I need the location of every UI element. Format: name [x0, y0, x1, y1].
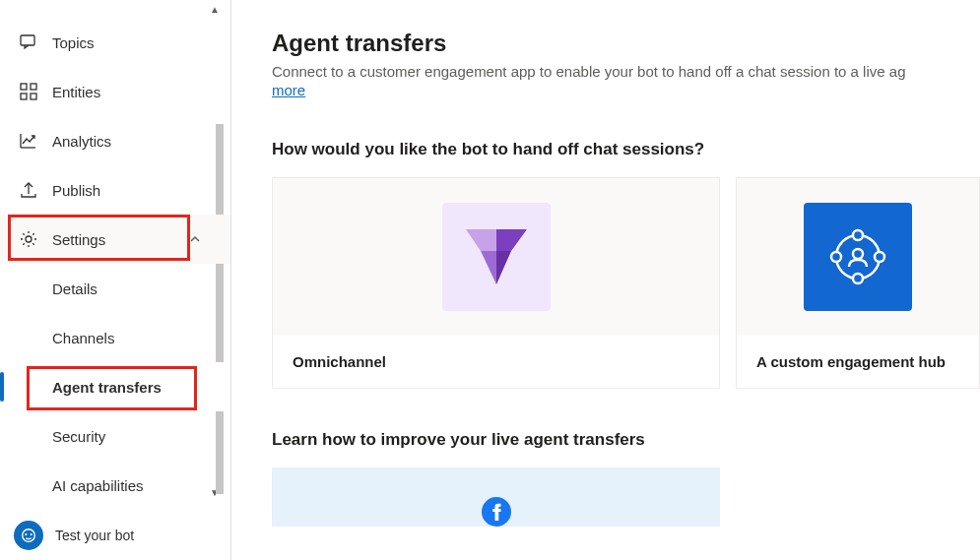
engagement-hub-icon — [804, 203, 912, 311]
page-subtitle: Connect to a customer engagement app to … — [272, 63, 980, 80]
svg-rect-1 — [21, 84, 27, 90]
page-title: Agent transfers — [272, 30, 980, 57]
omnichannel-icon — [442, 203, 551, 311]
svg-point-5 — [26, 236, 32, 242]
chevron-up-icon — [189, 231, 201, 248]
publish-icon — [19, 180, 38, 200]
sidebar-item-details[interactable]: Details — [0, 264, 230, 313]
card-omnichannel[interactable]: Omnichannel — [272, 177, 720, 389]
handoff-cards: Omnichannel — [272, 177, 980, 389]
sidebar-item-label: Publish — [52, 182, 100, 199]
main-content: Agent transfers Connect to a customer en… — [230, 0, 980, 560]
card-graphic — [273, 178, 719, 336]
svg-point-12 — [875, 252, 884, 262]
svg-point-11 — [831, 252, 841, 262]
svg-point-14 — [853, 249, 863, 259]
analytics-icon — [19, 131, 38, 151]
sidebar-item-label: Channels — [52, 330, 114, 346]
card-title: Omnichannel — [273, 336, 719, 388]
gear-icon — [19, 229, 38, 249]
sidebar-item-settings[interactable]: Settings — [0, 215, 230, 264]
sidebar: ▲ ▼ Topics Entities — [0, 0, 230, 560]
svg-point-9 — [836, 235, 880, 279]
sidebar-item-publish[interactable]: Publish — [0, 165, 230, 215]
improve-card[interactable] — [272, 467, 720, 527]
improve-heading: Learn how to improve your live agent tra… — [272, 430, 980, 450]
sidebar-item-label: Settings — [52, 231, 105, 248]
sidebar-item-label: Security — [52, 428, 105, 445]
sidebar-item-topics[interactable]: Topics — [0, 18, 230, 67]
svg-rect-2 — [31, 84, 36, 90]
svg-rect-0 — [21, 35, 34, 45]
sidebar-item-label: AI capabilities — [52, 477, 144, 494]
svg-point-10 — [853, 230, 863, 240]
entities-icon — [19, 82, 38, 101]
sidebar-item-entities[interactable]: Entities — [0, 67, 230, 116]
sidebar-item-label: Analytics — [52, 133, 111, 150]
svg-point-13 — [853, 274, 863, 283]
vertical-divider — [230, 0, 231, 560]
bot-icon — [14, 521, 43, 550]
learn-more-link[interactable]: more — [272, 82, 305, 98]
card-title: A custom engagement hub — [737, 336, 979, 388]
sidebar-item-analytics[interactable]: Analytics — [0, 116, 230, 165]
topics-icon — [19, 32, 38, 52]
test-your-bot-label: Test your bot — [55, 528, 134, 543]
sidebar-item-label: Agent transfers — [52, 379, 162, 396]
svg-rect-3 — [21, 93, 27, 99]
svg-rect-4 — [31, 93, 36, 99]
svg-point-7 — [25, 533, 27, 535]
svg-point-6 — [23, 529, 35, 542]
sidebar-item-security[interactable]: Security — [0, 411, 230, 461]
card-graphic — [737, 178, 979, 336]
sidebar-item-label: Details — [52, 280, 98, 297]
test-your-bot-button[interactable]: Test your bot — [0, 511, 230, 560]
facebook-icon — [477, 497, 516, 527]
handoff-heading: How would you like the bot to hand off c… — [272, 140, 980, 159]
sidebar-item-agent-transfers[interactable]: Agent transfers — [0, 362, 230, 411]
scroll-up-arrow[interactable]: ▲ — [206, 0, 224, 18]
card-custom-engagement-hub[interactable]: A custom engagement hub — [736, 177, 980, 389]
svg-point-8 — [31, 533, 33, 535]
sidebar-item-channels[interactable]: Channels — [0, 313, 230, 362]
sidebar-item-ai-capabilities[interactable]: AI capabilities — [0, 461, 230, 510]
sidebar-item-label: Entities — [52, 84, 100, 100]
sidebar-item-label: Topics — [52, 34, 95, 51]
